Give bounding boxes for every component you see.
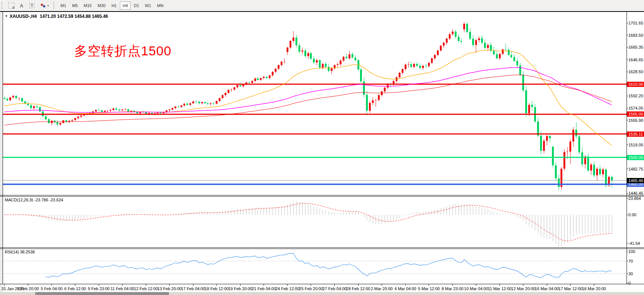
svg-text:6 Feb 12:00: 6 Feb 12:00 — [64, 286, 86, 291]
svg-text:13 Feb 20:00: 13 Feb 20:00 — [157, 286, 182, 291]
svg-text:11 Mar 12:00: 11 Mar 12:00 — [488, 286, 511, 291]
timeframe-button-m30[interactable]: M30 — [95, 1, 108, 10]
svg-text:30: 30 — [628, 272, 633, 276]
moving-average-lines — [4, 50, 612, 146]
svg-text:18 Feb 12:00: 18 Feb 12:00 — [205, 286, 229, 291]
svg-text:5 Mar 12:00: 5 Mar 12:00 — [418, 286, 440, 291]
price-axis[interactable]: 1701.651683.501665.351646.651628.501592.… — [627, 21, 644, 285]
toolbar-group-separator[interactable] — [53, 2, 56, 9]
timeframe-button-m15[interactable]: M15 — [81, 1, 94, 10]
svg-text:17 Mar 12:00: 17 Mar 12:00 — [558, 286, 582, 291]
chart-text-annotation[interactable]: 多空转折点1500 — [74, 42, 171, 60]
chart-title-ohlc: 1471.20 1472.59 1454.88 1465.46 — [40, 14, 108, 19]
timeframe-button-h4[interactable]: H4 — [120, 1, 130, 10]
text-label-tool-button[interactable]: T — [27, 1, 37, 10]
timeframe-toolbar: M1M5M15M30H1H4D1W1MN — [58, 1, 166, 10]
svg-text:0: 0 — [628, 281, 631, 285]
dropdown-caret-icon: ▾ — [47, 4, 49, 7]
svg-text:100: 100 — [628, 249, 635, 254]
timeframe-button-w1[interactable]: W1 — [143, 1, 154, 10]
svg-text:1446.45: 1446.45 — [628, 191, 643, 195]
svg-text:27 Feb 04:00: 27 Feb 04:00 — [323, 286, 347, 291]
svg-text:-41.54: -41.54 — [628, 241, 640, 246]
svg-text:1574.05: 1574.05 — [628, 106, 643, 110]
svg-text:3 Feb 20:00: 3 Feb 20:00 — [17, 286, 39, 291]
svg-text:24 Feb 12:00: 24 Feb 12:00 — [275, 286, 300, 291]
arrow-style-tool-button[interactable]: ▾ — [37, 1, 52, 10]
svg-text:1482.75: 1482.75 — [628, 167, 643, 171]
grid-tool-button[interactable]: F — [6, 1, 16, 10]
time-axis[interactable]: 31 Jan 20203 Feb 20:005 Feb 04:006 Feb 1… — [1, 284, 606, 291]
svg-text:1565.00: 1565.00 — [628, 112, 643, 116]
svg-text:1628.50: 1628.50 — [628, 69, 643, 74]
chart-title: ▼XAUUSD-,H41471.20 1472.59 1454.88 1465.… — [5, 14, 108, 19]
svg-text:1665.35: 1665.35 — [628, 45, 643, 49]
svg-text:1701.65: 1701.65 — [628, 21, 643, 25]
rsi-line — [46, 253, 612, 278]
svg-text:1465.46: 1465.46 — [628, 178, 643, 183]
toolbar: F A T ▾ M1M5M15M30H1H4D1W1MN — [0, 0, 644, 11]
toolbar-drag-handle[interactable] — [1, 2, 4, 9]
svg-text:9 Feb 23:00: 9 Feb 23:00 — [88, 286, 110, 291]
svg-text:1610.00: 1610.00 — [628, 82, 643, 87]
svg-text:16 Mar 04:00: 16 Mar 04:00 — [535, 286, 559, 291]
svg-text:1683.50: 1683.50 — [628, 33, 643, 38]
svg-text:10 Mar 04:00: 10 Mar 04:00 — [464, 286, 488, 291]
timeframe-button-m1[interactable]: M1 — [58, 1, 69, 10]
timeframe-button-mn[interactable]: MN — [154, 1, 166, 10]
svg-text:70: 70 — [628, 259, 633, 263]
svg-text:1535.11: 1535.11 — [628, 132, 643, 136]
text-a-icon: A — [20, 3, 23, 9]
svg-text:25 Feb 20:00: 25 Feb 20:00 — [299, 286, 323, 291]
rsi-level-lines — [3, 261, 627, 274]
svg-text:12 Feb 12:00: 12 Feb 12:00 — [134, 286, 158, 291]
svg-text:1646.65: 1646.65 — [628, 58, 643, 62]
svg-text:1519.05: 1519.05 — [628, 143, 643, 147]
svg-text:1592.20: 1592.20 — [628, 94, 643, 98]
svg-text:18 Mar 20:00: 18 Mar 20:00 — [582, 286, 606, 291]
text-t-icon: T — [29, 3, 35, 8]
svg-text:0.00: 0.00 — [628, 213, 636, 217]
svg-text:1555.90: 1555.90 — [628, 118, 643, 123]
rsi-label: RSI(14) 38.2538 — [5, 250, 35, 254]
svg-text:23.864: 23.864 — [628, 196, 641, 201]
svg-text:4 Mar 04:00: 4 Mar 04:00 — [395, 286, 416, 291]
timeframe-button-h1[interactable]: H1 — [109, 1, 119, 10]
arrows-icon — [40, 3, 46, 8]
svg-text:12 Mar 20:00: 12 Mar 20:00 — [511, 286, 535, 291]
svg-text:5 Feb 04:00: 5 Feb 04:00 — [41, 286, 63, 291]
svg-text:28 Feb 12:00: 28 Feb 12:00 — [346, 286, 370, 291]
macd-histogram — [7, 201, 612, 246]
svg-text:1500.00: 1500.00 — [628, 155, 643, 160]
horizontal-lines[interactable] — [3, 84, 627, 184]
chart-title-symbol: XAUUSD-,H4 — [10, 14, 37, 19]
macd-label: MACD(12,26,9) -23.786 -23.624 — [5, 198, 63, 202]
grid-f-icon: F — [8, 3, 14, 9]
svg-text:8 Mar 23:00: 8 Mar 23:00 — [442, 286, 464, 291]
timeframe-button-m5[interactable]: M5 — [69, 1, 80, 10]
svg-text:19 Feb 20:00: 19 Feb 20:00 — [228, 286, 252, 291]
horizontal-scrollbar[interactable] — [0, 292, 644, 295]
svg-text:11 Feb 04:00: 11 Feb 04:00 — [111, 286, 134, 291]
svg-text:2 Mar 20:00: 2 Mar 20:00 — [371, 286, 393, 291]
text-tool-button[interactable]: A — [16, 1, 27, 10]
svg-text:17 Feb 04:00: 17 Feb 04:00 — [181, 286, 205, 291]
svg-text:21 Feb 04:00: 21 Feb 04:00 — [252, 286, 276, 291]
symbol-dropdown-icon[interactable]: ▼ — [5, 14, 8, 18]
scrollbar-thumb[interactable] — [35, 292, 169, 295]
timeframe-button-d1[interactable]: D1 — [131, 1, 142, 10]
